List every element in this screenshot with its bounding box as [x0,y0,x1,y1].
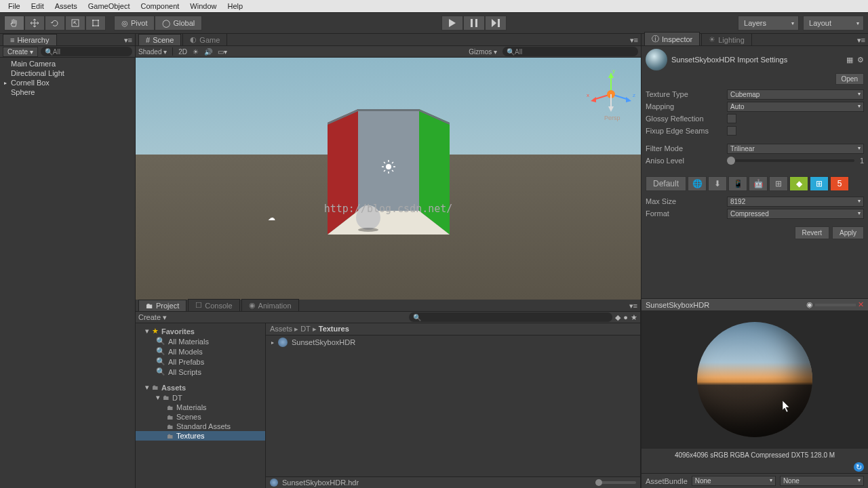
favorite-item[interactable]: 🔍All Prefabs [136,357,265,367]
rect-tool[interactable] [85,16,106,30]
pause-button[interactable] [463,16,485,30]
preview-slider[interactable] [815,304,856,306]
apply-button[interactable]: Apply [832,226,864,239]
scene-search[interactable]: 🔍All [502,47,638,56]
global-toggle[interactable]: ◯Global [155,16,202,30]
hierarchy-create-button[interactable]: Create ▾ [3,47,38,57]
menu-component[interactable]: Component [135,2,184,10]
platform-web[interactable]: 🌐 [688,176,707,191]
console-tab[interactable]: ☐Console [188,299,239,311]
light-icon[interactable]: ☀ [193,48,199,56]
folder-item[interactable]: ▾🖿DT [136,392,265,403]
filter-icon[interactable]: ● [623,313,628,321]
step-button[interactable] [485,16,507,30]
menu-edit[interactable]: Edit [26,2,50,10]
help-icon[interactable]: ▦ [846,56,853,64]
breadcrumb-item[interactable]: Textures [319,325,349,333]
menu-gameobject[interactable]: GameObject [83,2,136,10]
panel-menu-icon[interactable]: ▾≡ [857,36,865,45]
gear-icon[interactable]: ⚙ [857,56,864,64]
cubemap-preview[interactable] [697,322,812,437]
lighting-tab[interactable]: ☀Lighting [701,33,752,45]
hierarchy-item[interactable]: Cornell Box [0,78,135,87]
platform-webgl[interactable]: 5 [830,176,849,191]
menu-assets[interactable]: Assets [50,2,83,10]
hierarchy-search[interactable]: 🔍All [41,47,132,56]
assets-header[interactable]: ▾🖿Assets [136,382,265,392]
assetbundle-dropdown[interactable]: None [692,476,776,486]
panel-menu-icon[interactable]: ▾≡ [124,36,132,45]
scene-viewport[interactable]: ☁ y x z Persp ht [136,58,641,300]
platform-ios[interactable]: 📱 [728,176,747,191]
layout-dropdown[interactable]: Layout [803,16,864,30]
hierarchy-item[interactable]: Main Camera [0,59,135,68]
format-dropdown[interactable]: Compressed [727,209,864,219]
filter-icon[interactable]: ◆ [615,313,620,322]
inspector-title: SunsetSkyboxHDR Import Settings [671,56,842,64]
mode-2d-toggle[interactable]: 2D [178,48,187,56]
platform-android[interactable]: 🤖 [749,176,768,191]
breadcrumb-item[interactable]: DT [300,325,310,333]
variant-dropdown[interactable]: None [780,476,864,486]
breadcrumb-item[interactable]: Assets [270,325,292,333]
fx-icon[interactable]: ▭▾ [218,48,227,56]
favorite-icon[interactable]: ★ [631,313,637,322]
refresh-icon[interactable]: ↻ [854,462,864,472]
hand-tool[interactable] [4,16,24,30]
play-button[interactable] [441,16,463,30]
gizmos-dropdown[interactable]: Gizmos ▾ [469,48,497,56]
svg-text:Persp: Persp [604,115,620,121]
close-icon[interactable]: ✕ [858,300,864,308]
platform-default[interactable]: Default [646,176,686,191]
revert-button[interactable]: Revert [795,226,829,239]
project-search[interactable]: 🔍 [409,312,612,322]
panel-menu-icon[interactable]: ▾≡ [629,302,637,310]
open-button[interactable]: Open [835,73,864,85]
menu-help[interactable]: Help [222,2,248,10]
folder-icon: 🖿 [167,432,174,440]
thumbnail-size-slider[interactable] [595,481,636,484]
move-tool[interactable] [24,16,45,30]
layers-dropdown[interactable]: Layers [738,16,799,30]
folder-item[interactable]: 🖿Scenes [136,412,265,422]
preview-rgb-icon[interactable]: ◉ [806,300,813,308]
scene-tab[interactable]: #Scene [138,34,181,45]
favorite-item[interactable]: 🔍All Models [136,346,265,357]
filter-mode-dropdown[interactable]: Trilinear [727,144,864,154]
scale-tool[interactable] [65,16,85,30]
platform-tizen[interactable]: ◆ [789,176,808,191]
game-tab[interactable]: ◐Game [182,33,227,45]
mapping-dropdown[interactable]: Auto [727,102,864,112]
rotate-tool[interactable] [45,16,65,30]
scene-gizmo[interactable]: y x z Persp [584,67,631,115]
menu-file[interactable]: File [3,2,26,10]
hierarchy-item[interactable]: Directional Light [0,68,135,78]
hierarchy-icon: ≡ [10,36,14,44]
project-create-button[interactable]: Create ▾ [138,313,167,322]
shading-dropdown[interactable]: Shaded ▾ [138,48,167,56]
platform-bb[interactable]: ⊞ [769,176,788,191]
project-tab[interactable]: 🖿Project [138,300,186,311]
aniso-slider[interactable] [727,159,854,162]
animation-tab[interactable]: ◉Animation [241,299,299,311]
panel-menu-icon[interactable]: ▾≡ [630,36,638,45]
menu-window[interactable]: Window [184,2,222,10]
hierarchy-tab[interactable]: ≡Hierarchy [3,34,57,45]
glossy-checkbox[interactable] [727,114,736,123]
hierarchy-item[interactable]: Sphere [0,87,135,97]
folder-item[interactable]: 🖿Materials [136,403,265,412]
platform-standalone[interactable]: ⬇ [708,176,727,191]
folder-item[interactable]: 🖿Standard Assets [136,422,265,431]
folder-item[interactable]: 🖿Textures [136,431,265,441]
favorite-item[interactable]: 🔍All Materials [136,336,265,346]
texture-type-dropdown[interactable]: Cubemap [727,89,864,100]
pivot-toggle[interactable]: ◎Pivot [114,16,155,30]
max-size-dropdown[interactable]: 8192 [727,197,864,207]
favorites-header[interactable]: ▾★Favorites [136,326,265,336]
audio-icon[interactable]: 🔊 [204,48,212,56]
asset-item[interactable]: ▸ SunsetSkyboxHDR [269,337,637,348]
inspector-tab[interactable]: ⓘInspector [644,32,700,45]
platform-wsa[interactable]: ⊞ [810,176,829,191]
fixup-checkbox[interactable] [727,126,736,136]
favorite-item[interactable]: 🔍All Scripts [136,367,265,377]
